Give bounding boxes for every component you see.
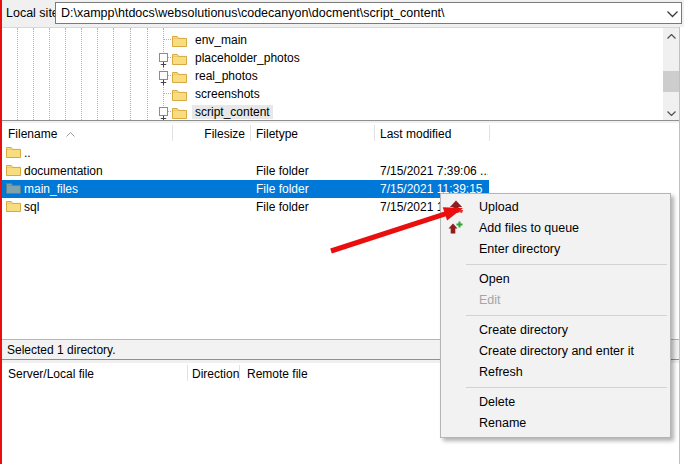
tree-item-label[interactable]: screenshots (192, 87, 263, 101)
menu-item-upload[interactable]: Upload (441, 197, 670, 218)
menu-item-label: Rename (479, 416, 526, 430)
menu-item-label: Create directory and enter it (479, 344, 634, 358)
file-cell-name: main_files (24, 182, 169, 196)
folder-icon (172, 105, 187, 120)
panel-right-border (679, 27, 680, 464)
annotation-red-border (0, 0, 2, 464)
queue-column-header-direction[interactable]: Direction (192, 367, 236, 381)
menu-item-label: Create directory (479, 323, 568, 337)
column-header-filename[interactable]: Filename (8, 127, 168, 141)
file-cell-name: .. (24, 146, 169, 160)
menu-item-label: Delete (479, 395, 515, 409)
menu-item-label: Refresh (479, 365, 523, 379)
tree-item-label[interactable]: real_photos (192, 69, 261, 83)
tree-item-label[interactable]: env_main (192, 33, 250, 47)
context-menu: UploadAdd files to queueEnter directoryO… (440, 193, 671, 438)
local-path-value[interactable]: D:\xampp\htdocs\websolutionus\codecanyon… (56, 6, 663, 20)
filezilla-window: Local site: D:\xampp\htdocs\websolutionu… (0, 0, 684, 464)
chevron-down-icon[interactable] (663, 4, 681, 22)
selection-status-text: Selected 1 directory. (7, 343, 116, 357)
column-divider[interactable] (239, 365, 240, 381)
menu-item-enter-directory[interactable]: Enter directory (441, 239, 670, 260)
column-divider[interactable] (250, 125, 251, 141)
file-cell-name: documentation (24, 164, 169, 178)
menu-item-create-directory[interactable]: Create directory (441, 320, 670, 341)
file-row-documentation[interactable]: documentationFile folder7/15/2021 7:39:0… (2, 162, 680, 180)
menu-separator (466, 387, 667, 388)
column-divider[interactable] (374, 125, 375, 141)
menu-item-label: Enter directory (479, 242, 560, 256)
expand-plus-icon[interactable] (159, 53, 168, 62)
file-cell-name: sql (24, 200, 169, 214)
file-cell-modified: 7/15/2021 7:39:06 ... (380, 164, 488, 178)
menu-separator (466, 264, 667, 265)
menu-separator (466, 315, 667, 316)
menu-item-delete[interactable]: Delete (441, 392, 670, 413)
tree-item-placeholder_photos[interactable]: placeholder_photos (2, 49, 642, 67)
folder-icon (6, 164, 21, 179)
column-header-last-modified[interactable]: Last modified (380, 127, 485, 141)
tree-item-env_main[interactable]: env_main (2, 31, 642, 49)
local-path-combobox[interactable]: D:\xampp\htdocs\websolutionus\codecanyon… (55, 2, 682, 24)
column-header-filesize[interactable]: Filesize (172, 127, 245, 141)
column-divider[interactable] (172, 125, 173, 141)
file-cell-type: File folder (256, 164, 370, 178)
menu-item-refresh[interactable]: Refresh (441, 362, 670, 383)
tree-item-real_photos[interactable]: real_photos (2, 67, 642, 85)
menu-item-open[interactable]: Open (441, 269, 670, 290)
tree-item-label[interactable]: script_content (192, 105, 273, 119)
menu-item-create-directory-and-enter-it[interactable]: Create directory and enter it (441, 341, 670, 362)
menu-item-label: Upload (479, 200, 519, 214)
local-directory-tree: env_mainplaceholder_photosreal_photosscr… (2, 27, 680, 120)
menu-item-edit: Edit (441, 290, 670, 311)
expand-plus-icon[interactable] (159, 107, 168, 116)
tree-item-script_content[interactable]: script_content (2, 103, 642, 120)
file-list-header: FilenameFilesizeFiletypeLast modified (2, 123, 680, 143)
menu-item-label: Edit (479, 293, 501, 307)
file-cell-type: File folder (256, 200, 370, 214)
column-divider[interactable] (187, 365, 188, 381)
queue-column-header-server-local-file[interactable]: Server/Local file (8, 367, 183, 381)
expand-plus-icon[interactable] (159, 71, 168, 80)
menu-item-label: Open (479, 272, 510, 286)
scroll-up-icon[interactable] (663, 28, 680, 44)
menu-item-label: Add files to queue (479, 221, 579, 235)
folder-icon (6, 182, 21, 197)
scroll-down-icon[interactable] (663, 105, 680, 120)
tree-item-screenshots[interactable]: screenshots (2, 85, 642, 103)
tree-item-label[interactable]: placeholder_photos (192, 51, 303, 65)
column-divider[interactable] (489, 125, 490, 141)
column-header-filetype[interactable]: Filetype (256, 127, 370, 141)
local-site-label: Local site: (6, 6, 62, 20)
queue-column-header-remote-file[interactable]: Remote file (247, 367, 437, 381)
folder-icon (6, 200, 21, 215)
menu-item-add-files-to-queue[interactable]: Add files to queue (441, 218, 670, 239)
menu-item-rename[interactable]: Rename (441, 413, 670, 434)
local-site-bar: Local site: D:\xampp\htdocs\websolutionu… (0, 0, 684, 27)
file-cell-type: File folder (256, 182, 370, 196)
file-row-dotdot[interactable]: .. (2, 144, 680, 162)
tree-scrollbar[interactable] (663, 28, 680, 120)
folder-icon (6, 146, 21, 161)
scrollbar-thumb[interactable] (663, 71, 680, 92)
